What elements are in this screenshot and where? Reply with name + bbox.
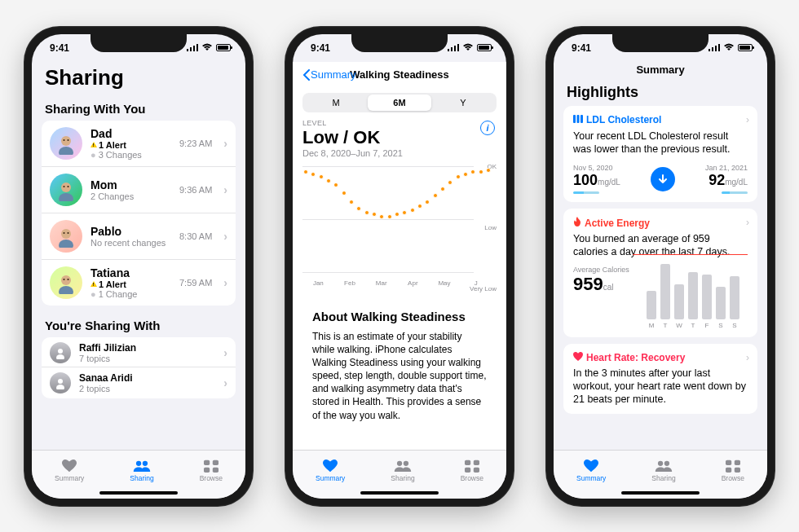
svg-point-13	[59, 240, 73, 248]
person-card[interactable]: Pablo No recent changes 8:30 AM ›	[42, 213, 236, 259]
svg-rect-46	[580, 115, 583, 123]
alert-line: 1 Alert	[90, 140, 171, 150]
chevron-icon: ›	[746, 352, 749, 363]
data-point	[303, 169, 308, 174]
svg-rect-42	[715, 46, 717, 51]
svg-point-17	[59, 286, 73, 294]
tab-browse[interactable]: Browse	[461, 459, 483, 482]
tab-browse[interactable]: Browse	[722, 459, 744, 482]
svg-point-9	[59, 193, 73, 201]
share-topics: 2 topics	[79, 384, 212, 394]
status-time: 9:41	[50, 42, 69, 54]
home-indicator[interactable]	[621, 491, 700, 495]
chevron-icon: ›	[220, 137, 227, 150]
changes-line: ● 3 Changes	[90, 150, 171, 160]
day-label: T	[688, 322, 698, 329]
warning-icon	[90, 142, 97, 147]
data-point	[402, 210, 407, 215]
battery-icon	[477, 44, 492, 51]
home-indicator[interactable]	[360, 491, 439, 495]
svg-rect-26	[204, 459, 210, 464]
svg-point-10	[64, 186, 65, 187]
ldl-text: Your recent LDL Cholesterol result was l…	[573, 130, 748, 156]
svg-rect-44	[573, 115, 576, 123]
person-time: 9:36 AM	[179, 185, 212, 195]
svg-point-8	[61, 182, 71, 192]
seg-year[interactable]: Y	[431, 95, 495, 111]
data-point	[356, 206, 361, 211]
svg-point-11	[68, 186, 69, 187]
seg-month[interactable]: M	[304, 95, 368, 111]
ldl-date-1: Nov 5, 2020	[573, 164, 620, 172]
chevron-icon: ›	[220, 183, 227, 196]
share-name: Raffi Jilizian	[79, 342, 212, 354]
phone-highlights: 9:41 Summary Highlights › LDL Cholestero…	[545, 26, 775, 507]
svg-rect-30	[448, 49, 449, 51]
changes-line: 2 Changes	[90, 191, 171, 201]
tab-sharing[interactable]: Sharing	[391, 459, 414, 482]
svg-rect-3	[196, 44, 198, 51]
svg-point-4	[61, 136, 71, 146]
data-point	[372, 212, 377, 217]
back-button[interactable]: Summary	[302, 68, 356, 81]
energy-card[interactable]: › Active Energy You burned an average of…	[563, 209, 757, 337]
svg-point-5	[59, 147, 73, 155]
heart-card[interactable]: › Heart Rate: Recovery In the 3 minutes …	[563, 344, 757, 415]
tab-summary[interactable]: Summary	[316, 459, 345, 482]
ldl-bar-2	[722, 191, 748, 194]
svg-point-22	[58, 379, 63, 384]
svg-rect-40	[709, 49, 710, 51]
tab-summary[interactable]: Summary	[55, 459, 84, 482]
alert-line: 1 Alert	[90, 279, 171, 289]
home-indicator[interactable]	[99, 491, 178, 495]
section-youre-sharing-with: You're Sharing With	[42, 315, 236, 337]
tab-browse[interactable]: Browse	[200, 459, 223, 482]
data-point	[417, 204, 422, 209]
about-title: About Walking Steadiness	[312, 310, 487, 323]
heart-text: In the 3 minutes after your last workout…	[573, 367, 748, 407]
person-card[interactable]: Dad 1 Alert● 3 Changes 9:23 AM ›	[42, 121, 236, 166]
sharing-with-card[interactable]: Sanaa Aridi 2 topics ›	[42, 367, 236, 398]
share-topics: 7 topics	[79, 354, 212, 363]
x-axis-label: J	[475, 279, 478, 287]
person-card[interactable]: Tatiana 1 Alert● 1 Change 7:59 AM ›	[42, 259, 236, 306]
svg-rect-49	[726, 459, 731, 464]
svg-rect-33	[457, 44, 459, 51]
data-point	[333, 182, 338, 187]
tab-summary[interactable]: Summary	[576, 459, 606, 482]
arrow-down-icon	[651, 167, 675, 191]
notch	[90, 34, 187, 52]
ldl-card[interactable]: › LDL Cholesterol Your recent LDL Choles…	[563, 106, 757, 203]
svg-rect-52	[735, 467, 740, 472]
svg-rect-43	[718, 44, 720, 51]
svg-rect-51	[726, 467, 731, 472]
day-label: S	[730, 322, 739, 329]
time-range-segmented[interactable]: M 6M Y	[302, 93, 497, 112]
status-time: 9:41	[572, 42, 591, 54]
x-axis-label: Apr	[408, 279, 417, 287]
data-point	[425, 200, 430, 204]
person-time: 8:30 AM	[179, 231, 212, 241]
svg-point-7	[68, 139, 69, 141]
energy-bar-chart	[647, 262, 748, 319]
notch	[351, 34, 448, 52]
seg-six-month[interactable]: 6M	[368, 95, 431, 111]
svg-point-12	[61, 229, 71, 239]
avatar	[50, 342, 71, 363]
tab-sharing[interactable]: Sharing	[651, 459, 675, 482]
tab-sharing[interactable]: Sharing	[130, 459, 153, 482]
highlights-title: Highlights	[563, 81, 757, 106]
about-card: About Walking Steadiness This is an esti…	[302, 300, 497, 432]
svg-point-18	[64, 279, 65, 280]
svg-point-6	[64, 139, 65, 141]
svg-rect-28	[204, 467, 210, 472]
sharing-with-card[interactable]: Raffi Jilizian 7 topics ›	[42, 337, 236, 368]
signal-icon	[709, 42, 720, 54]
wifi-icon	[462, 42, 474, 54]
data-point	[456, 174, 461, 179]
changes-line: No recent changes	[90, 238, 171, 248]
person-card[interactable]: Mom 2 Changes 9:36 AM ›	[42, 166, 236, 213]
page-title: Sharing	[42, 62, 236, 99]
info-icon[interactable]: i	[480, 121, 495, 135]
data-point	[440, 187, 445, 191]
